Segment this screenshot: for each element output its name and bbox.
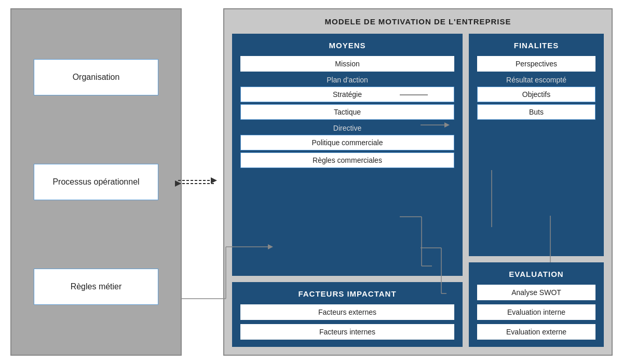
directive-label: Directive — [240, 124, 454, 132]
left-boxes: MOYENS Mission Plan d'action Stratégie T… — [232, 34, 463, 347]
strategie-item: Stratégie — [240, 87, 454, 102]
main-title: MODELE DE MOTIVATION DE L'ENTREPRISE — [232, 17, 604, 26]
directive-group: Directive Politique commerciale Règles c… — [240, 124, 454, 168]
mission-item: Mission — [240, 56, 454, 72]
left-item-organisation: Organisation — [34, 59, 158, 95]
eval-externe-item: Evaluation externe — [477, 324, 595, 340]
resultat-group: Résultat escompté Objectifs Buts — [477, 76, 595, 120]
finalites-box: FINALITES Perspectives Résultat escompté… — [469, 34, 604, 256]
plan-action-label: Plan d'action — [240, 76, 454, 84]
moyens-title: MOYENS — [240, 41, 454, 50]
dashed-arrow — [174, 176, 218, 188]
facteurs-externes-item: Facteurs externes — [240, 304, 454, 320]
analyse-swot-item: Analyse SWOT — [477, 285, 595, 300]
facteurs-title: FACTEURS IMPACTANT — [240, 289, 454, 298]
finalites-title: FINALITES — [477, 41, 595, 50]
objectifs-item: Objectifs — [477, 87, 595, 102]
right-boxes: FINALITES Perspectives Résultat escompté… — [469, 34, 604, 347]
politique-item: Politique commerciale — [240, 135, 454, 150]
right-panel: MODELE DE MOTIVATION DE L'ENTREPRISE MOY… — [223, 8, 613, 356]
moyens-box: MOYENS Mission Plan d'action Stratégie T… — [232, 34, 463, 276]
perspectives-item: Perspectives — [477, 56, 595, 72]
regles-com-item: Règles commerciales — [240, 152, 454, 168]
evaluation-title: EVALUATION — [477, 270, 595, 278]
left-item-processus: Processus opérationnel — [34, 164, 158, 200]
tactique-item: Tactique — [240, 104, 454, 120]
left-panel: Organisation Processus opérationnel Règl… — [10, 8, 182, 356]
right-content: MOYENS Mission Plan d'action Stratégie T… — [232, 34, 604, 347]
plan-action-group: Plan d'action Stratégie Tactique — [240, 76, 454, 120]
facteurs-box: FACTEURS IMPACTANT Facteurs externes Fac… — [232, 282, 463, 347]
evaluation-box: EVALUATION Analyse SWOT Evaluation inter… — [469, 262, 604, 347]
buts-item: Buts — [477, 104, 595, 120]
resultat-label: Résultat escompté — [477, 76, 595, 84]
facteurs-internes-item: Facteurs internes — [240, 324, 454, 340]
main-container: Organisation Processus opérationnel Règl… — [10, 8, 613, 356]
eval-interne-item: Evaluation interne — [477, 304, 595, 320]
arrow-svg — [174, 176, 218, 188]
left-item-regles-metier: Règles métier — [34, 269, 158, 305]
